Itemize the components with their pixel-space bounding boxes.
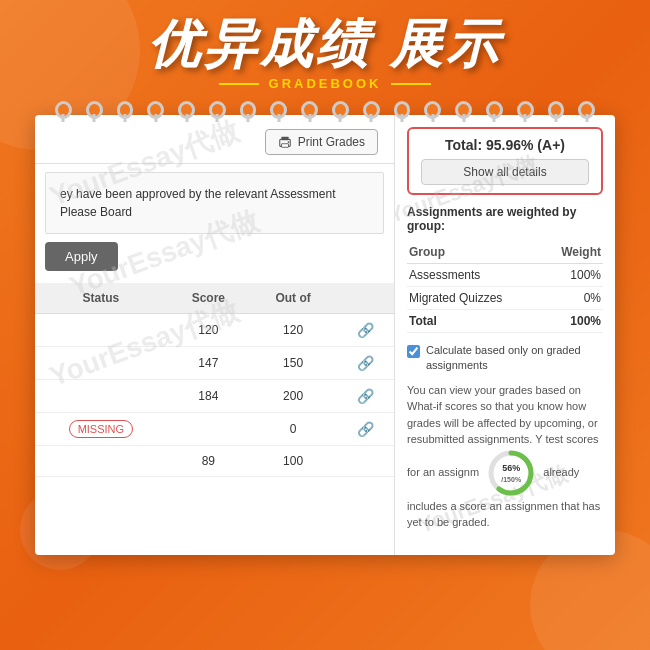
table-header-row: Status Score Out of	[35, 283, 394, 314]
spiral-12	[394, 101, 411, 119]
col-weight: Weight	[542, 241, 603, 264]
spiral-17	[548, 101, 565, 119]
printer-icon	[278, 135, 292, 149]
checkbox-label: Calculate based only on graded assignmen…	[426, 343, 603, 374]
table-header: Status Score Out of	[35, 283, 394, 314]
group-weight: 0%	[542, 287, 603, 310]
table-row: 184 200 🔗	[35, 380, 394, 413]
section-title: Assignments are weighted by group:	[407, 205, 603, 233]
chinese-title: 优异成绩 展示	[148, 18, 502, 70]
total-group: Total	[407, 310, 542, 333]
spiral-18	[578, 101, 595, 119]
col-link	[336, 283, 394, 314]
spiral-2	[86, 101, 103, 119]
spiral-10	[332, 101, 349, 119]
spiral-5	[178, 101, 195, 119]
missing-badge: MISSING	[69, 420, 133, 438]
spiral-15	[486, 101, 503, 119]
col-out-of: Out of	[250, 283, 336, 314]
subtitle-line-left	[219, 83, 259, 85]
weight-header-row: Group Weight	[407, 241, 603, 264]
weight-table: Group Weight Assessments 100% Migrated Q…	[407, 241, 603, 333]
col-score: Score	[167, 283, 250, 314]
cell-status	[35, 347, 167, 380]
cell-link	[336, 446, 394, 477]
cell-score	[167, 413, 250, 446]
link-icon: 🔗	[357, 355, 374, 371]
approval-text: ey have been approved by the relevant As…	[45, 172, 384, 234]
approval-content: ey have been approved by the relevant As…	[60, 187, 336, 219]
col-group: Group	[407, 241, 542, 264]
weight-row: Assessments 100%	[407, 264, 603, 287]
spiral-6	[209, 101, 226, 119]
cell-status	[35, 446, 167, 477]
cell-status: MISSING	[35, 413, 167, 446]
cell-score: 184	[167, 380, 250, 413]
spiral-11	[363, 101, 380, 119]
spiral-1	[55, 101, 72, 119]
card-content: YourEssay代做 YourEssay代做 YourEssay代做 Prin…	[35, 115, 615, 555]
cell-score: 120	[167, 314, 250, 347]
cell-out-of: 0	[250, 413, 336, 446]
show-details-button[interactable]: Show all details	[421, 159, 589, 185]
spiral-9	[301, 101, 318, 119]
link-icon: 🔗	[357, 421, 374, 437]
notebook: YourEssay代做 YourEssay代做 YourEssay代做 Prin…	[35, 101, 615, 555]
print-grades-button[interactable]: Print Grades	[265, 129, 378, 155]
print-grades-label: Print Grades	[298, 135, 365, 149]
spiral-16	[517, 101, 534, 119]
total-weight: 100%	[542, 310, 603, 333]
table-row: MISSING 0 🔗	[35, 413, 394, 446]
apply-button[interactable]: Apply	[45, 242, 118, 271]
table-row: 147 150 🔗	[35, 347, 394, 380]
spiral-4	[147, 101, 164, 119]
subtitle-line-right	[391, 83, 431, 85]
main-card: YourEssay代做 YourEssay代做 YourEssay代做 Prin…	[35, 115, 615, 555]
table-body: 120 120 🔗 147 150 🔗	[35, 314, 394, 477]
subtitle-text: GRADEBOOK	[269, 76, 382, 91]
title-area: 优异成绩 展示 GRADEBOOK	[148, 0, 502, 91]
spiral-14	[455, 101, 472, 119]
svg-rect-1	[281, 137, 288, 141]
total-label: Total: 95.96% (A+)	[421, 137, 589, 153]
spiral-8	[270, 101, 287, 119]
cell-link: 🔗	[336, 380, 394, 413]
cell-out-of: 200	[250, 380, 336, 413]
description-text: You can view your grades based on What-i…	[407, 382, 603, 531]
cell-status	[35, 380, 167, 413]
left-panel: YourEssay代做 YourEssay代做 YourEssay代做 Prin…	[35, 115, 395, 555]
weight-total-row: Total 100%	[407, 310, 603, 333]
cell-link: 🔗	[336, 347, 394, 380]
weight-table-header: Group Weight	[407, 241, 603, 264]
cell-out-of: 100	[250, 446, 336, 477]
svg-rect-2	[281, 144, 288, 148]
spiral-3	[117, 101, 134, 119]
weight-table-body: Assessments 100% Migrated Quizzes 0% Tot…	[407, 264, 603, 333]
spiral-13	[424, 101, 441, 119]
group-name: Migrated Quizzes	[407, 287, 542, 310]
cell-status	[35, 314, 167, 347]
donut-center-label: 56% /150%	[501, 462, 521, 484]
cell-out-of: 120	[250, 314, 336, 347]
col-status: Status	[35, 283, 167, 314]
link-icon: 🔗	[357, 388, 374, 404]
cell-score: 89	[167, 446, 250, 477]
weight-row: Migrated Quizzes 0%	[407, 287, 603, 310]
cell-out-of: 150	[250, 347, 336, 380]
table-row: 120 120 🔗	[35, 314, 394, 347]
top-bar-left: Print Grades	[35, 115, 394, 164]
subtitle-bar: GRADEBOOK	[148, 76, 502, 91]
cell-score: 147	[167, 347, 250, 380]
cell-link: 🔗	[336, 413, 394, 446]
table-row: 89 100	[35, 446, 394, 477]
grades-table: Status Score Out of 120 120 🔗	[35, 283, 394, 477]
spiral-7	[240, 101, 257, 119]
donut-chart: 56% /150%	[486, 448, 536, 498]
group-weight: 100%	[542, 264, 603, 287]
checkbox-row: Calculate based only on graded assignmen…	[407, 343, 603, 374]
spiral-row	[35, 101, 615, 119]
graded-only-checkbox[interactable]	[407, 345, 420, 358]
cell-link: 🔗	[336, 314, 394, 347]
total-box: Total: 95.96% (A+) Show all details	[407, 127, 603, 195]
svg-point-3	[287, 141, 289, 143]
